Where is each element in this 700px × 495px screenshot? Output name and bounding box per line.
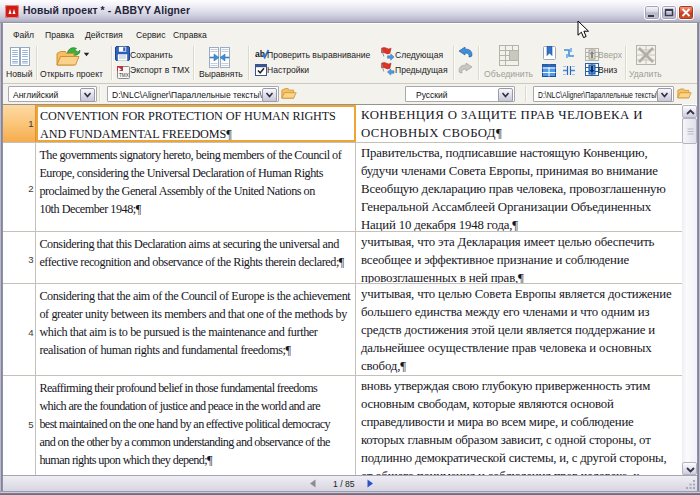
svg-text:ab: ab [255,49,265,59]
svg-text:TMX: TMX [119,73,129,78]
